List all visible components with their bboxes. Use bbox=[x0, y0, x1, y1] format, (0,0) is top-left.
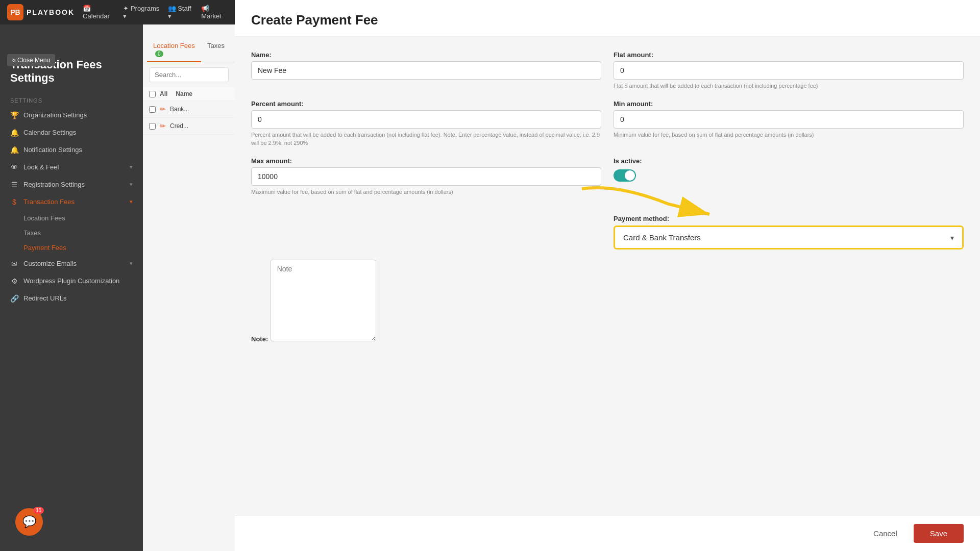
sidebar-item-redirect-urls[interactable]: 🔗 Redirect URLs bbox=[0, 290, 143, 307]
min-amount-hint: Minimum value for fee, based on sum of f… bbox=[614, 131, 964, 139]
search-bar bbox=[143, 62, 235, 87]
sidebar-item-label: Wordpress Plugin Customization bbox=[23, 277, 119, 285]
select-container: Card & Bank Transfers Card Only Bank Tra… bbox=[615, 227, 962, 248]
max-amount-hint: Maximum value for fee, based on sum of f… bbox=[251, 188, 601, 196]
nav-calendar[interactable]: 📅 Calendar bbox=[83, 5, 115, 20]
modal-footer: Cancel Save bbox=[235, 515, 980, 551]
all-label: All bbox=[160, 90, 167, 97]
sidebar-sub-location-fees[interactable]: Location Fees bbox=[0, 211, 143, 226]
name-label: Name: bbox=[251, 51, 601, 59]
sidebar-item-organization[interactable]: 🏆 Organization Settings bbox=[0, 107, 143, 124]
chevron-icon: ▾ bbox=[130, 164, 133, 170]
dollar-icon: $ bbox=[10, 198, 18, 206]
sidebar-item-label: Calendar Settings bbox=[23, 129, 76, 136]
sidebar-section-label: SETTINGS bbox=[0, 89, 143, 107]
name-field-group: Name: bbox=[251, 51, 601, 90]
chat-badge: 11 bbox=[33, 507, 44, 514]
table-header: All Name bbox=[143, 87, 235, 101]
list-icon: ☰ bbox=[10, 181, 18, 189]
sidebar-item-notification[interactable]: 🔔 Notification Settings bbox=[0, 141, 143, 159]
is-active-field-group: Is active: Payment method: Card & Bank T… bbox=[614, 157, 964, 249]
email-icon: ✉ bbox=[10, 260, 18, 268]
chevron2-icon: ▾ bbox=[130, 181, 133, 188]
name-input[interactable] bbox=[251, 61, 601, 80]
sidebar-item-calendar[interactable]: 🔔 Calendar Settings bbox=[0, 124, 143, 141]
sidebar-sub-payment-fees[interactable]: Payment Fees bbox=[0, 240, 143, 255]
tab-bar: Location Fees 0 Taxes bbox=[143, 38, 235, 62]
row-name: Cred... bbox=[170, 122, 188, 130]
percent-input[interactable] bbox=[251, 110, 601, 129]
sidebar-item-transaction-fees[interactable]: $ Transaction Fees ▾ bbox=[0, 193, 143, 211]
form-row-1: Name: Flat amount: Flat $ amount that wi… bbox=[251, 51, 964, 90]
max-amount-label: Max amount: bbox=[251, 157, 601, 165]
row-name: Bank... bbox=[170, 106, 189, 113]
min-amount-input[interactable] bbox=[614, 110, 964, 129]
flat-amount-field-group: Flat amount: Flat $ amount that will be … bbox=[614, 51, 964, 90]
payment-method-section: Payment method: Card & Bank Transfers Ca… bbox=[614, 215, 964, 249]
payment-method-label: Payment method: bbox=[614, 215, 964, 222]
toggle-knob bbox=[625, 170, 635, 181]
save-button[interactable]: Save bbox=[914, 524, 964, 543]
modal-header: Create Payment Fee bbox=[235, 0, 980, 37]
sidebar-item-label: Redirect URLs bbox=[23, 294, 67, 302]
bell-icon: 🔔 bbox=[10, 129, 18, 137]
note-field-group: Note: bbox=[251, 260, 607, 343]
trophy-icon: 🏆 bbox=[10, 111, 18, 119]
tab-taxes[interactable]: Taxes bbox=[201, 38, 231, 62]
row-checkbox[interactable] bbox=[149, 123, 156, 130]
link-icon: 🔗 bbox=[10, 294, 18, 303]
payment-select-wrapper: Card & Bank Transfers Card Only Bank Tra… bbox=[614, 226, 964, 249]
min-amount-field-group: Min amount: Minimum value for fee, based… bbox=[614, 100, 964, 147]
nav-programs[interactable]: ✦ Programs ▾ bbox=[123, 5, 159, 20]
eye-icon: 👁 bbox=[10, 163, 18, 171]
percent-field-group: Percent amount: Percent amount that will… bbox=[251, 100, 601, 147]
chat-bubble[interactable]: 💬 11 bbox=[15, 508, 43, 536]
percent-label: Percent amount: bbox=[251, 100, 601, 108]
main-header bbox=[143, 24, 235, 38]
note-textarea[interactable] bbox=[271, 260, 376, 341]
note-label: Note: bbox=[251, 335, 268, 343]
table-row: ✏ Bank... bbox=[143, 101, 235, 118]
modal-body: Name: Flat amount: Flat $ amount that wi… bbox=[235, 37, 980, 515]
flat-amount-input[interactable] bbox=[614, 61, 964, 80]
flat-amount-label: Flat amount: bbox=[614, 51, 964, 59]
modal-title: Create Payment Fee bbox=[251, 12, 964, 28]
sidebar-item-wordpress[interactable]: ⚙ Wordpress Plugin Customization bbox=[0, 272, 143, 290]
is-active-label: Is active: bbox=[614, 157, 964, 165]
select-all-checkbox[interactable] bbox=[149, 91, 156, 97]
edit-icon[interactable]: ✏ bbox=[160, 122, 166, 130]
sidebar-item-label: Notification Settings bbox=[23, 146, 82, 154]
sidebar-item-label: Customize Emails bbox=[23, 260, 77, 267]
flat-amount-hint: Flat $ amount that will be added to each… bbox=[614, 82, 964, 90]
edit-icon[interactable]: ✏ bbox=[160, 105, 166, 113]
main-content: Location Fees 0 Taxes All Name ✏ Bank...… bbox=[143, 24, 235, 551]
tab-badge: 0 bbox=[155, 51, 163, 57]
cancel-button[interactable]: Cancel bbox=[865, 525, 905, 542]
table-row: ✏ Cred... bbox=[143, 118, 235, 135]
nav-market[interactable]: 📢 Market bbox=[201, 5, 228, 20]
sidebar-item-label: Look & Feel bbox=[23, 163, 59, 171]
bell2-icon: 🔔 bbox=[10, 146, 18, 154]
tab-location-fees[interactable]: Location Fees 0 bbox=[147, 38, 201, 62]
payment-method-select[interactable]: Card & Bank Transfers Card Only Bank Tra… bbox=[615, 227, 962, 248]
logo-text: PLAYBOOK bbox=[27, 8, 75, 16]
max-amount-input[interactable] bbox=[251, 167, 601, 186]
sidebar: « Close Menu Transaction Fees Settings S… bbox=[0, 24, 143, 551]
nav-staff[interactable]: 👥 Staff ▾ bbox=[168, 5, 193, 20]
close-menu-button[interactable]: « Close Menu bbox=[7, 54, 55, 66]
sidebar-item-look-feel[interactable]: 👁 Look & Feel ▾ bbox=[0, 159, 143, 176]
search-input[interactable] bbox=[149, 67, 229, 82]
logo[interactable]: PB PLAYBOOK bbox=[7, 4, 75, 20]
sidebar-sub-taxes[interactable]: Taxes bbox=[0, 226, 143, 240]
sidebar-item-label: Organization Settings bbox=[23, 111, 87, 119]
sidebar-item-label: Registration Settings bbox=[23, 181, 85, 188]
min-amount-label: Min amount: bbox=[614, 100, 964, 108]
create-payment-fee-modal: Create Payment Fee Name: Flat amount: Fl… bbox=[235, 0, 980, 551]
top-navigation: PB PLAYBOOK 📅 Calendar ✦ Programs ▾ 👥 St… bbox=[0, 0, 235, 24]
sidebar-item-customize-emails[interactable]: ✉ Customize Emails ▾ bbox=[0, 255, 143, 272]
row-checkbox[interactable] bbox=[149, 106, 156, 113]
is-active-toggle[interactable] bbox=[614, 169, 636, 182]
logo-icon: PB bbox=[7, 4, 23, 20]
percent-hint: Percent amount that will be added to eac… bbox=[251, 131, 601, 147]
sidebar-item-registration[interactable]: ☰ Registration Settings ▾ bbox=[0, 176, 143, 193]
